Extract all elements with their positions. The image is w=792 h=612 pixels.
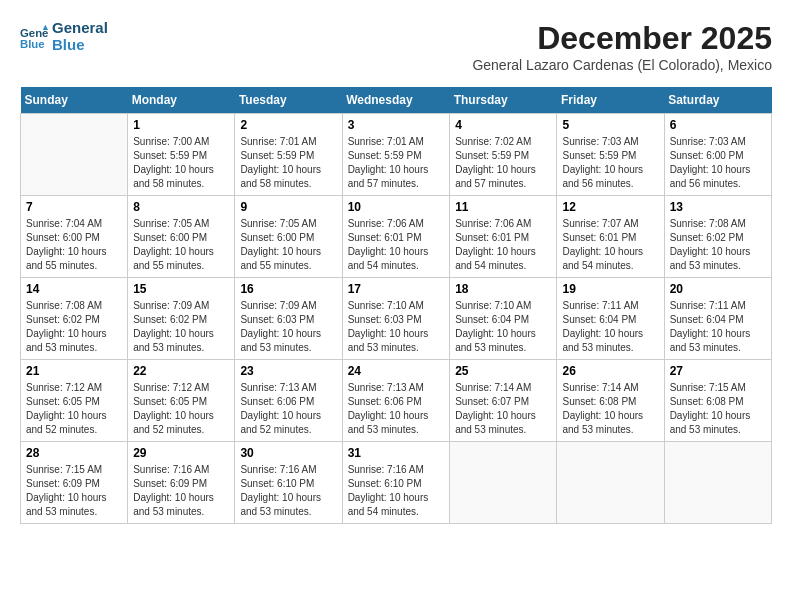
sunrise: Sunrise: 7:03 AM xyxy=(670,136,746,147)
sunset: Sunset: 6:02 PM xyxy=(26,314,100,325)
day-number: 15 xyxy=(133,282,229,296)
day-info: Sunrise: 7:06 AM Sunset: 6:01 PM Dayligh… xyxy=(348,217,445,273)
sunset: Sunset: 5:59 PM xyxy=(455,150,529,161)
sunset: Sunset: 6:04 PM xyxy=(562,314,636,325)
calendar-week-row: 28 Sunrise: 7:15 AM Sunset: 6:09 PM Dayl… xyxy=(21,442,772,524)
calendar-cell: 30 Sunrise: 7:16 AM Sunset: 6:10 PM Dayl… xyxy=(235,442,342,524)
daylight: Daylight: 10 hours and 53 minutes. xyxy=(670,410,751,435)
day-info: Sunrise: 7:05 AM Sunset: 6:00 PM Dayligh… xyxy=(133,217,229,273)
sunset: Sunset: 6:08 PM xyxy=(562,396,636,407)
sunset: Sunset: 5:59 PM xyxy=(562,150,636,161)
sunset: Sunset: 6:00 PM xyxy=(670,150,744,161)
daylight: Daylight: 10 hours and 53 minutes. xyxy=(670,328,751,353)
calendar-cell: 1 Sunrise: 7:00 AM Sunset: 5:59 PM Dayli… xyxy=(128,114,235,196)
sunset: Sunset: 6:01 PM xyxy=(348,232,422,243)
calendar-table: Sunday Monday Tuesday Wednesday Thursday… xyxy=(20,87,772,524)
day-number: 25 xyxy=(455,364,551,378)
logo-icon: General Blue xyxy=(20,23,48,51)
calendar-cell: 2 Sunrise: 7:01 AM Sunset: 5:59 PM Dayli… xyxy=(235,114,342,196)
sunset: Sunset: 6:06 PM xyxy=(240,396,314,407)
sunrise: Sunrise: 7:14 AM xyxy=(562,382,638,393)
sunrise: Sunrise: 7:01 AM xyxy=(240,136,316,147)
daylight: Daylight: 10 hours and 53 minutes. xyxy=(348,328,429,353)
daylight: Daylight: 10 hours and 53 minutes. xyxy=(670,246,751,271)
day-info: Sunrise: 7:11 AM Sunset: 6:04 PM Dayligh… xyxy=(670,299,766,355)
calendar-cell: 4 Sunrise: 7:02 AM Sunset: 5:59 PM Dayli… xyxy=(450,114,557,196)
calendar-cell: 7 Sunrise: 7:04 AM Sunset: 6:00 PM Dayli… xyxy=(21,196,128,278)
calendar-cell: 16 Sunrise: 7:09 AM Sunset: 6:03 PM Dayl… xyxy=(235,278,342,360)
day-number: 24 xyxy=(348,364,445,378)
day-info: Sunrise: 7:01 AM Sunset: 5:59 PM Dayligh… xyxy=(348,135,445,191)
sunrise: Sunrise: 7:07 AM xyxy=(562,218,638,229)
sunrise: Sunrise: 7:16 AM xyxy=(133,464,209,475)
sunrise: Sunrise: 7:12 AM xyxy=(26,382,102,393)
day-info: Sunrise: 7:09 AM Sunset: 6:02 PM Dayligh… xyxy=(133,299,229,355)
daylight: Daylight: 10 hours and 53 minutes. xyxy=(240,492,321,517)
sunset: Sunset: 6:07 PM xyxy=(455,396,529,407)
day-number: 26 xyxy=(562,364,658,378)
day-number: 27 xyxy=(670,364,766,378)
day-number: 6 xyxy=(670,118,766,132)
daylight: Daylight: 10 hours and 53 minutes. xyxy=(455,410,536,435)
calendar-cell: 22 Sunrise: 7:12 AM Sunset: 6:05 PM Dayl… xyxy=(128,360,235,442)
sunset: Sunset: 6:03 PM xyxy=(348,314,422,325)
daylight: Daylight: 10 hours and 56 minutes. xyxy=(562,164,643,189)
sunrise: Sunrise: 7:11 AM xyxy=(562,300,638,311)
day-info: Sunrise: 7:13 AM Sunset: 6:06 PM Dayligh… xyxy=(348,381,445,437)
sunrise: Sunrise: 7:04 AM xyxy=(26,218,102,229)
calendar-cell: 11 Sunrise: 7:06 AM Sunset: 6:01 PM Dayl… xyxy=(450,196,557,278)
day-number: 2 xyxy=(240,118,336,132)
calendar-cell: 24 Sunrise: 7:13 AM Sunset: 6:06 PM Dayl… xyxy=(342,360,450,442)
day-number: 8 xyxy=(133,200,229,214)
day-number: 18 xyxy=(455,282,551,296)
day-info: Sunrise: 7:08 AM Sunset: 6:02 PM Dayligh… xyxy=(670,217,766,273)
month-title: December 2025 xyxy=(472,20,772,57)
calendar-cell: 18 Sunrise: 7:10 AM Sunset: 6:04 PM Dayl… xyxy=(450,278,557,360)
day-info: Sunrise: 7:03 AM Sunset: 5:59 PM Dayligh… xyxy=(562,135,658,191)
calendar-cell: 8 Sunrise: 7:05 AM Sunset: 6:00 PM Dayli… xyxy=(128,196,235,278)
sunset: Sunset: 6:04 PM xyxy=(670,314,744,325)
page-container: General Blue General Blue December 2025 … xyxy=(20,20,772,524)
daylight: Daylight: 10 hours and 52 minutes. xyxy=(240,410,321,435)
title-section: December 2025 General Lazaro Cardenas (E… xyxy=(472,20,772,83)
sunrise: Sunrise: 7:09 AM xyxy=(240,300,316,311)
sunrise: Sunrise: 7:10 AM xyxy=(455,300,531,311)
sunrise: Sunrise: 7:12 AM xyxy=(133,382,209,393)
sunset: Sunset: 6:03 PM xyxy=(240,314,314,325)
sunset: Sunset: 6:01 PM xyxy=(562,232,636,243)
sunset: Sunset: 5:59 PM xyxy=(240,150,314,161)
logo-general: General xyxy=(52,20,108,37)
day-info: Sunrise: 7:08 AM Sunset: 6:02 PM Dayligh… xyxy=(26,299,122,355)
daylight: Daylight: 10 hours and 57 minutes. xyxy=(455,164,536,189)
sunrise: Sunrise: 7:06 AM xyxy=(455,218,531,229)
header-friday: Friday xyxy=(557,87,664,114)
calendar-week-row: 14 Sunrise: 7:08 AM Sunset: 6:02 PM Dayl… xyxy=(21,278,772,360)
header-sunday: Sunday xyxy=(21,87,128,114)
calendar-cell: 17 Sunrise: 7:10 AM Sunset: 6:03 PM Dayl… xyxy=(342,278,450,360)
calendar-cell: 25 Sunrise: 7:14 AM Sunset: 6:07 PM Dayl… xyxy=(450,360,557,442)
header-thursday: Thursday xyxy=(450,87,557,114)
day-number: 7 xyxy=(26,200,122,214)
daylight: Daylight: 10 hours and 54 minutes. xyxy=(455,246,536,271)
sunset: Sunset: 5:59 PM xyxy=(133,150,207,161)
daylight: Daylight: 10 hours and 54 minutes. xyxy=(562,246,643,271)
daylight: Daylight: 10 hours and 55 minutes. xyxy=(26,246,107,271)
sunrise: Sunrise: 7:16 AM xyxy=(348,464,424,475)
sunset: Sunset: 6:09 PM xyxy=(26,478,100,489)
daylight: Daylight: 10 hours and 53 minutes. xyxy=(348,410,429,435)
sunrise: Sunrise: 7:13 AM xyxy=(240,382,316,393)
calendar-cell: 6 Sunrise: 7:03 AM Sunset: 6:00 PM Dayli… xyxy=(664,114,771,196)
day-number: 31 xyxy=(348,446,445,460)
calendar-week-row: 21 Sunrise: 7:12 AM Sunset: 6:05 PM Dayl… xyxy=(21,360,772,442)
day-info: Sunrise: 7:04 AM Sunset: 6:00 PM Dayligh… xyxy=(26,217,122,273)
calendar-cell: 9 Sunrise: 7:05 AM Sunset: 6:00 PM Dayli… xyxy=(235,196,342,278)
daylight: Daylight: 10 hours and 52 minutes. xyxy=(26,410,107,435)
sunrise: Sunrise: 7:13 AM xyxy=(348,382,424,393)
day-number: 20 xyxy=(670,282,766,296)
sunrise: Sunrise: 7:01 AM xyxy=(348,136,424,147)
calendar-cell: 27 Sunrise: 7:15 AM Sunset: 6:08 PM Dayl… xyxy=(664,360,771,442)
sunrise: Sunrise: 7:05 AM xyxy=(133,218,209,229)
daylight: Daylight: 10 hours and 53 minutes. xyxy=(26,492,107,517)
sunrise: Sunrise: 7:16 AM xyxy=(240,464,316,475)
day-info: Sunrise: 7:05 AM Sunset: 6:00 PM Dayligh… xyxy=(240,217,336,273)
